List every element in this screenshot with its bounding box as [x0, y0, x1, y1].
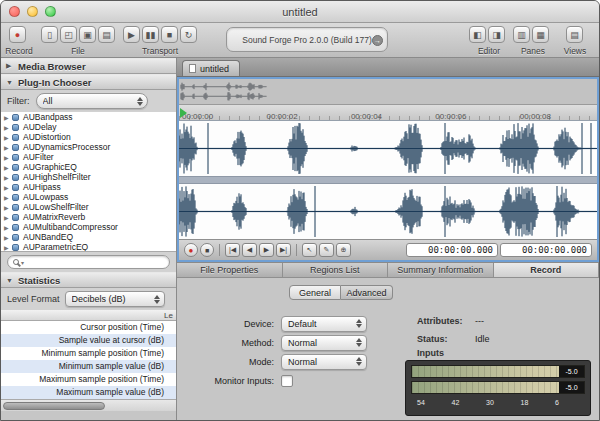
- maximize-button[interactable]: [45, 6, 56, 17]
- attributes-label: Attributes:: [417, 316, 475, 326]
- statistics-row[interactable]: Minimum sample position (Time): [1, 347, 176, 360]
- monitor-inputs-checkbox[interactable]: [281, 375, 293, 387]
- filter-dropdown[interactable]: All: [36, 93, 148, 109]
- disclosure-closed-icon: [4, 144, 12, 151]
- sidebar-horizontal-scrollbar[interactable]: [1, 399, 176, 411]
- disclosure-closed-icon: [4, 174, 12, 181]
- meter-scale: 54 42 30 18 6: [411, 397, 585, 406]
- panes-grid-button[interactable]: ▦: [532, 26, 549, 43]
- waveform-channel-left[interactable]: [179, 121, 597, 176]
- document-tab-bar: untitled: [177, 58, 599, 77]
- record-status-block: Attributes: --- Status: Idle: [417, 312, 490, 348]
- plugin-list-item[interactable]: AUBandpass: [1, 112, 176, 122]
- disclosure-closed-icon: [4, 134, 12, 141]
- document-tab[interactable]: untitled: [182, 60, 240, 76]
- app-info-arrow-icon[interactable]: →: [372, 35, 383, 46]
- zoom-tool-button[interactable]: ⊕: [336, 243, 351, 257]
- statistics-row[interactable]: Maximum sample value (dB): [1, 386, 176, 399]
- new-file-button[interactable]: ▯: [41, 26, 58, 43]
- dropdown-arrows-icon: [154, 295, 160, 304]
- bottom-tab[interactable]: Regions List: [283, 263, 389, 277]
- go-to-end-button[interactable]: ▶|: [276, 243, 291, 257]
- disclosure-closed-icon: [4, 234, 12, 241]
- filter-row: Filter: All: [1, 90, 176, 112]
- minimize-button[interactable]: [27, 6, 38, 17]
- disclosure-closed-icon: [4, 224, 12, 231]
- plugin-name: AUMatrixReverb: [23, 212, 85, 222]
- plugin-list-item[interactable]: AUHipass: [1, 182, 176, 192]
- plugin-list-item[interactable]: AULowShelfFilter: [1, 202, 176, 212]
- plugin-icon: [12, 224, 19, 231]
- statistics-label: Statistics: [18, 275, 60, 286]
- tab-general[interactable]: General: [289, 285, 341, 300]
- disclosure-open-icon: ▼: [6, 79, 14, 86]
- play-marker-icon[interactable]: [180, 108, 187, 118]
- record-group-label: Record: [1, 46, 37, 56]
- plugin-list-item[interactable]: AUDynamicsProcessor: [1, 142, 176, 152]
- plugin-chooser-header[interactable]: ▼ Plug-In Chooser: [1, 74, 176, 90]
- field-value: Normal: [288, 357, 352, 367]
- editor-group: ◧ ◨: [469, 26, 507, 43]
- pencil-tool-button[interactable]: ✎: [319, 243, 334, 257]
- save-as-button[interactable]: ▤: [98, 26, 115, 43]
- waveform-channel-right[interactable]: [179, 184, 597, 239]
- plugin-search-field[interactable]: ▾: [7, 255, 170, 269]
- plugin-name: AUDistortion: [23, 132, 71, 142]
- plugin-list-item[interactable]: AUDelay: [1, 122, 176, 132]
- bottom-tab[interactable]: File Properties: [177, 263, 283, 277]
- loop-button[interactable]: ↻: [180, 26, 197, 43]
- bottom-tab[interactable]: Summary Information: [388, 263, 494, 277]
- plugin-list-item[interactable]: AUMultibandCompressor: [1, 222, 176, 232]
- panes-rows-button[interactable]: ▥: [513, 26, 530, 43]
- step-back-button[interactable]: ◀: [242, 243, 257, 257]
- views-button[interactable]: ▤: [566, 26, 583, 43]
- statistics-row[interactable]: Sample value at cursor (dB): [1, 334, 176, 347]
- plugin-list-item[interactable]: AUGraphicEQ: [1, 162, 176, 172]
- plugin-list-item[interactable]: AUParametricEQ: [1, 242, 176, 252]
- editor-layout-left-button[interactable]: ◧: [469, 26, 486, 43]
- dropdown-arrows-icon: [356, 319, 362, 328]
- field-dropdown[interactable]: Default: [281, 316, 367, 332]
- save-file-button[interactable]: ▣: [79, 26, 96, 43]
- media-browser-header[interactable]: ▶ Media Browser: [1, 58, 176, 74]
- statistics-row[interactable]: Minimum sample value (dB): [1, 360, 176, 373]
- field-dropdown[interactable]: Normal: [281, 335, 367, 351]
- pause-button[interactable]: ▮▮: [142, 26, 159, 43]
- record-transport-button[interactable]: ●: [184, 243, 198, 257]
- waveform-right: [179, 184, 597, 239]
- statistics-row[interactable]: Cursor position (Time): [1, 321, 176, 334]
- statistics-header[interactable]: ▼ Statistics: [1, 272, 176, 288]
- step-forward-button[interactable]: ▶: [259, 243, 274, 257]
- cursor-tool-button[interactable]: ↖: [302, 243, 317, 257]
- plugin-list-item[interactable]: AUDistortion: [1, 132, 176, 142]
- plugin-list-item[interactable]: AUNBandEQ: [1, 232, 176, 242]
- scrollbar-thumb[interactable]: [3, 402, 105, 410]
- zoom-tool-icon: ⊕: [341, 246, 347, 254]
- time-ruler[interactable]: 00:00:00 00:00:02 00:00:04 00:00:06 00:0…: [179, 105, 597, 121]
- loop-icon: ↻: [185, 30, 193, 40]
- stop-button[interactable]: ■: [161, 26, 178, 43]
- overview-strip[interactable]: [179, 79, 597, 105]
- waveform-left: [179, 121, 597, 176]
- plugin-list-item[interactable]: AULowpass: [1, 192, 176, 202]
- bottom-tab[interactable]: Record: [494, 263, 600, 277]
- plugin-name: AUNBandEQ: [23, 232, 73, 242]
- close-button[interactable]: [9, 6, 20, 17]
- editor-layout-right-button[interactable]: ◨: [488, 26, 505, 43]
- field-dropdown[interactable]: Normal: [281, 354, 367, 370]
- record-button[interactable]: ●: [9, 26, 26, 43]
- plugin-list-item[interactable]: AUFilter: [1, 152, 176, 162]
- channel-divider[interactable]: [179, 176, 597, 184]
- statistics-column-header[interactable]: Le: [1, 310, 176, 321]
- level-format-dropdown[interactable]: Decibels (dB): [65, 291, 165, 307]
- play-button[interactable]: ▶: [123, 26, 140, 43]
- plugin-list-item[interactable]: AUHighShelfFilter: [1, 172, 176, 182]
- statistics-row[interactable]: Maximum sample position (Time): [1, 373, 176, 386]
- tab-advanced[interactable]: Advanced: [341, 285, 393, 300]
- open-file-button[interactable]: ◰: [60, 26, 77, 43]
- stop-transport-button[interactable]: ■: [200, 243, 214, 257]
- search-input[interactable]: [24, 256, 169, 268]
- go-to-start-button[interactable]: |◀: [225, 243, 240, 257]
- plugin-list-item[interactable]: AUMatrixReverb: [1, 212, 176, 222]
- toolbar: ● Record ▯ ◰ ▣ ▤ File ▶ ▮▮ ■ ↻ Transport…: [1, 23, 599, 58]
